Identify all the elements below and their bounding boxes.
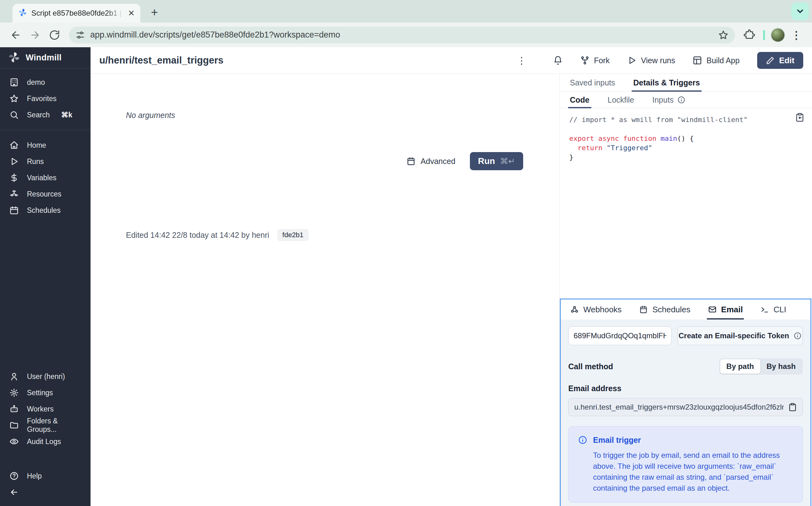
sidebar: Windmill demo Favorites Search ⌘k Home — [0, 47, 90, 506]
bell-icon — [553, 56, 563, 65]
calendar-icon — [406, 157, 416, 166]
email-address-field[interactable]: u.henri.test_email_triggers+mrsw23zlouxg… — [568, 398, 803, 416]
new-tab-button[interactable]: + — [147, 5, 162, 19]
sidebar-item-runs[interactable]: Runs — [0, 153, 90, 170]
info-title: Email trigger — [593, 436, 641, 445]
gear-icon — [9, 388, 19, 398]
email-address-value: u.henri.test_email_triggers+mrsw23zlouxg… — [574, 403, 784, 412]
info-body: To trigger the job by email, send an ema… — [593, 450, 793, 494]
code-block: // import * as wmill from "windmill-clie… — [569, 115, 803, 162]
window-chevron-button[interactable] — [791, 2, 809, 20]
edited-text: Edited 14:42 22/8 today at 14:42 by henr… — [126, 231, 269, 240]
triggers-panel: Webhooks Schedules Email CLI — [560, 299, 811, 506]
sidebar-item-variables[interactable]: Variables — [0, 170, 90, 186]
by-hash-option[interactable]: By hash — [760, 359, 802, 373]
sidebar-item-schedules[interactable]: Schedules — [0, 202, 90, 219]
email-address-label: Email address — [568, 384, 803, 393]
run-form-pane: No arguments Advanced Run ⌘↵ Edited 14:4… — [90, 74, 559, 506]
reload-icon[interactable] — [46, 27, 63, 43]
calendar-icon — [639, 305, 648, 314]
page-title: u/henri/test_email_triggers — [99, 55, 504, 66]
advanced-button[interactable]: Advanced — [406, 157, 456, 166]
calendar-icon — [9, 205, 19, 215]
play-icon — [9, 157, 19, 166]
clipboard-copy-icon[interactable] — [788, 403, 797, 412]
brand-name: Windmill — [26, 53, 62, 63]
subtab-lockfile[interactable]: Lockfile — [608, 92, 634, 108]
windmill-logo — [8, 51, 20, 65]
version-hash-badge[interactable]: fde2b1 — [277, 229, 308, 241]
browser-tabstrip: Script e857be88e0fde2b1 | W ✕ + — [0, 0, 812, 22]
copy-code-icon[interactable] — [795, 113, 805, 122]
no-arguments-text: No arguments — [126, 111, 175, 120]
fork-button[interactable]: Fork — [580, 56, 610, 65]
search-icon — [9, 110, 19, 119]
subtab-inputs[interactable]: Inputs — [652, 92, 685, 108]
more-options-icon[interactable]: ⋮ — [517, 55, 526, 66]
sidebar-item-workers[interactable]: Workers — [0, 401, 90, 417]
home-icon — [9, 141, 19, 150]
trigger-tab-email[interactable]: Email — [708, 300, 743, 320]
subtab-code[interactable]: Code — [570, 92, 590, 108]
profile-avatar[interactable] — [771, 28, 785, 42]
sidebar-item-workspace[interactable]: demo — [0, 74, 90, 90]
browser-tab[interactable]: Script e857be88e0fde2b1 | W ✕ — [12, 4, 140, 22]
forward-icon[interactable] — [27, 27, 43, 43]
sidebar-item-search[interactable]: Search ⌘k — [0, 107, 90, 123]
sidebar-item-favorites[interactable]: Favorites — [0, 90, 90, 107]
eye-icon — [9, 437, 19, 446]
help-icon — [9, 471, 19, 481]
star-icon — [9, 94, 19, 103]
folder-icon — [9, 421, 19, 430]
site-settings-icon[interactable] — [75, 30, 85, 40]
info-icon — [794, 332, 802, 340]
by-path-option[interactable]: By path — [720, 359, 760, 373]
details-pane: Saved inputs Details & Triggers Code Loc… — [559, 74, 812, 506]
sidebar-item-settings[interactable]: Settings — [0, 385, 90, 401]
tab-close-icon[interactable]: ✕ — [128, 9, 135, 17]
sidebar-item-home[interactable]: Home — [0, 137, 90, 153]
extensions-icon[interactable] — [741, 27, 757, 43]
sidebar-collapse-button[interactable] — [0, 484, 90, 500]
browser-toolbar: app.windmill.dev/scripts/get/e857be88e0f… — [0, 22, 812, 47]
tab-saved-inputs[interactable]: Saved inputs — [570, 74, 615, 91]
building-icon — [9, 78, 19, 87]
info-icon — [677, 96, 685, 104]
tab-title: Script e857be88e0fde2b1 | W — [31, 9, 123, 17]
edit-button[interactable]: Edit — [757, 52, 803, 69]
sidebar-item-resources[interactable]: Resources — [0, 186, 90, 202]
toolbar-separator — [763, 30, 765, 40]
trigger-tab-schedules[interactable]: Schedules — [639, 300, 690, 320]
tab-details-triggers[interactable]: Details & Triggers — [633, 74, 700, 91]
email-trigger-info-box: Email trigger To trigger the job by emai… — [568, 426, 803, 503]
layout-grid-icon — [693, 56, 702, 65]
brand-row[interactable]: Windmill — [0, 47, 90, 69]
back-icon[interactable] — [7, 27, 24, 43]
play-icon — [627, 56, 636, 65]
trigger-tab-webhooks[interactable]: Webhooks — [570, 300, 621, 320]
trigger-tab-cli[interactable]: CLI — [760, 300, 786, 320]
sidebar-item-audit-logs[interactable]: Audit Logs — [0, 433, 90, 450]
build-app-button[interactable]: Build App — [693, 56, 740, 65]
sidebar-item-folders[interactable]: Folders & Groups... — [0, 417, 90, 433]
robot-icon — [9, 404, 19, 414]
webhook-icon — [570, 305, 579, 314]
notifications-button[interactable] — [553, 56, 563, 65]
terminal-icon — [760, 305, 769, 314]
bookmark-star-icon[interactable] — [718, 30, 729, 40]
sidebar-item-help[interactable]: Help — [0, 468, 90, 484]
view-runs-button[interactable]: View runs — [627, 56, 675, 65]
sidebar-item-user[interactable]: User (henri) — [0, 368, 90, 385]
email-token-input[interactable] — [568, 326, 672, 345]
info-icon — [578, 435, 587, 445]
arrow-left-icon — [9, 488, 19, 497]
code-viewer[interactable]: // import * as wmill from "windmill-clie… — [560, 108, 812, 169]
create-email-token-button[interactable]: Create an Email-specific Token — [677, 326, 803, 345]
browser-menu-icon[interactable]: ⋮ — [788, 27, 805, 43]
mail-icon — [708, 305, 717, 314]
script-header: u/henri/test_email_triggers ⋮ Fork View … — [90, 47, 812, 74]
pencil-icon — [766, 56, 775, 65]
run-button[interactable]: Run ⌘↵ — [470, 152, 523, 170]
call-method-toggle: By path By hash — [719, 358, 803, 374]
address-bar[interactable]: app.windmill.dev/scripts/get/e857be88e0f… — [69, 26, 735, 44]
